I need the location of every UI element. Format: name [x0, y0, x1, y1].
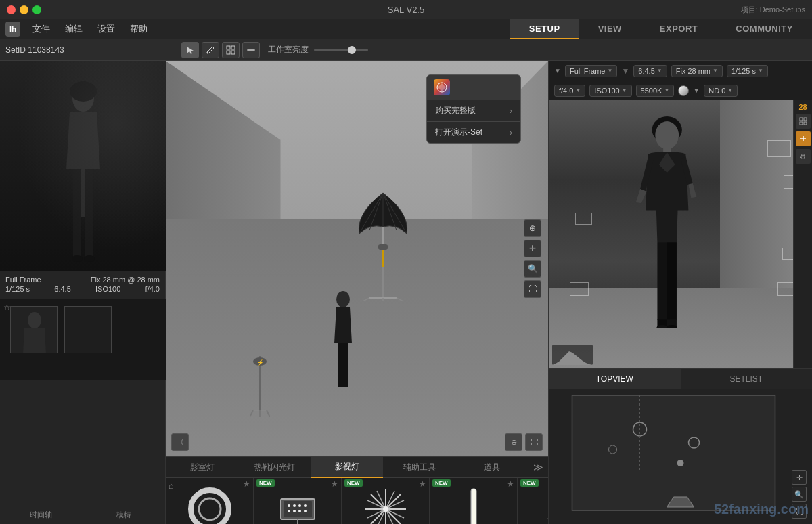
maximize-button[interactable] — [32, 5, 41, 14]
ratio-value: 6:4.5 — [638, 67, 654, 75]
star-icon[interactable]: ☆ — [3, 303, 11, 312]
equip-ring-light[interactable]: ⌂ ★ 环形灯 Ø 48 cm — [166, 478, 254, 524]
equip-spiffy[interactable]: NEW ★ Spiffy-高 — [342, 478, 430, 524]
equip-led-panel[interactable]: NEW ★ — [254, 478, 342, 524]
equip-aputure-120d[interactable]: NEW ★ 4 — [518, 478, 548, 524]
lens-info: Fix 28 mm @ 28 mm — [91, 276, 160, 284]
center-panel: ⚡ — [166, 61, 548, 524]
cat-accessories[interactable]: 辅助工具 — [383, 458, 455, 477]
project-label: 项目: Demo-Setups — [741, 5, 805, 15]
tube-icon-area — [434, 482, 513, 524]
model-figure — [326, 289, 367, 424]
svg-rect-2 — [227, 51, 230, 54]
minimize-button[interactable] — [20, 5, 28, 14]
lens-value: Fix 28 mm — [676, 67, 710, 75]
left-panel: Full Frame Fix 28 mm @ 28 mm 1/125 s 6:4… — [0, 61, 166, 524]
tab-model[interactable]: 模特 — [83, 506, 166, 524]
main-layout: Full Frame Fix 28 mm @ 28 mm 1/125 s 6:4… — [0, 61, 812, 524]
fullscreen-btn[interactable]: ⛶ — [525, 433, 543, 451]
svg-point-44 — [293, 504, 296, 507]
frame-dropdown[interactable]: Full Frame ▼ — [565, 65, 617, 77]
brightness-slider[interactable] — [314, 49, 368, 51]
panel-tabs-bottom: 时间轴 模特 — [0, 380, 165, 524]
collapse-button[interactable]: 《 — [171, 433, 189, 451]
svg-point-102 — [677, 460, 684, 466]
zoom-in-control[interactable]: 🔍 — [524, 260, 541, 278]
zoom-out-btn[interactable]: ⊖ — [505, 433, 522, 451]
topview-mini: ✛ 🔍 ⛶ — [549, 389, 812, 524]
select-tool[interactable] — [181, 42, 199, 58]
topview-fit-icon[interactable]: ⛶ — [792, 504, 807, 519]
menu-left: Ih 文件 编辑 设置 帮助 — [0, 20, 510, 38]
iso-info: ISO100 — [95, 285, 120, 293]
draw-tool[interactable] — [202, 42, 219, 58]
cat-studio-light[interactable]: 影室灯 — [166, 458, 238, 477]
iso-dropdown[interactable]: ISO100 ▼ — [589, 85, 631, 97]
svg-point-40 — [199, 498, 221, 520]
pan-control[interactable]: ✛ — [524, 240, 541, 257]
fit-control[interactable]: ⛶ — [524, 280, 541, 298]
svg-point-61 — [383, 506, 388, 512]
rs-settings-icon[interactable]: ⚙ — [796, 149, 811, 164]
tab-timeline[interactable]: 时间轴 — [0, 506, 83, 524]
vp-bottom-right: ⊖ ⛶ — [505, 433, 543, 451]
right-panel: ▼ Full Frame ▼ ▼ 6:4.5 ▼ Fix 28 mm ▼ 1/1… — [548, 61, 812, 524]
tab-setlist[interactable]: SETLIST — [681, 369, 813, 389]
lens-dropdown[interactable]: Fix 28 mm ▼ — [671, 65, 723, 77]
topview-zoom-icon[interactable]: 🔍 — [792, 487, 807, 502]
equip-tube[interactable]: NEW ★ 季担管 Ø 4.2x103.5 cm — [430, 478, 518, 524]
svg-rect-88 — [667, 242, 677, 320]
ruler-tool[interactable] — [242, 42, 260, 58]
popup-header — [427, 75, 520, 100]
rs-orange-control[interactable] — [796, 131, 811, 146]
ring-light-icon-area — [170, 482, 249, 524]
thumbnail-1[interactable] — [10, 306, 58, 353]
aperture-info: f/4.0 — [145, 285, 160, 293]
tab-export[interactable]: EXPORT — [641, 19, 717, 39]
kelvin-dropdown[interactable]: 5500K ▼ — [636, 85, 675, 97]
tab-community[interactable]: COMMUNITY — [717, 19, 812, 39]
menu-help[interactable]: 帮助 — [123, 20, 154, 38]
cat-video-light[interactable]: 影视灯 — [311, 457, 383, 478]
tab-topview[interactable]: TOPVIEW — [549, 369, 681, 389]
cat-hotshoe[interactable]: 热靴闪光灯 — [238, 458, 311, 477]
app-icon-label: Ih — [9, 25, 16, 33]
thumbnail-2[interactable] — [64, 306, 112, 353]
aperture-dropdown[interactable]: f/4.0 ▼ — [554, 85, 585, 97]
frame-value: Full Frame — [570, 67, 606, 75]
cat-more-button[interactable]: ≫ — [528, 462, 548, 473]
brightness-label: 工作室亮度 — [268, 44, 309, 56]
menu-file[interactable]: 文件 — [26, 20, 57, 38]
shutter-dropdown[interactable]: 1/125 s ▼ — [727, 65, 768, 77]
popup-demo-arrow: › — [510, 128, 512, 137]
viewport-3d[interactable]: ⚡ — [166, 61, 548, 456]
ratio-dropdown[interactable]: 6:4.5 ▼ — [633, 65, 667, 77]
thumbnail-strip: ☆ — [0, 299, 166, 380]
close-button[interactable] — [7, 5, 16, 14]
menu-settings[interactable]: 设置 — [91, 20, 122, 38]
rs-grid-icon[interactable] — [796, 114, 811, 129]
histogram — [552, 345, 593, 365]
svg-rect-94 — [804, 122, 807, 125]
tab-setup[interactable]: SETUP — [510, 19, 579, 39]
menu-edit[interactable]: 编辑 — [58, 20, 89, 38]
cat-props[interactable]: 道具 — [455, 458, 528, 477]
svg-rect-1 — [231, 46, 235, 49]
svg-rect-9 — [73, 169, 81, 257]
preview-image — [0, 61, 166, 271]
topview-nav-icon[interactable]: ✛ — [792, 470, 807, 485]
popup-buy[interactable]: 购买完整版 › — [427, 100, 520, 121]
app-title: SAL V2.5 — [388, 5, 424, 15]
equipment-grid: ⌂ ★ 环形灯 Ø 48 cm NEW ★ — [166, 478, 548, 524]
svg-line-17 — [250, 410, 253, 417]
popup-brand-icon — [434, 79, 450, 95]
traffic-lights — [7, 5, 41, 14]
right-side-controls: 28 ⚙ — [793, 100, 812, 368]
grid-tool[interactable] — [222, 42, 240, 58]
orbit-control[interactable]: ⊕ — [524, 219, 541, 237]
nd-dropdown[interactable]: ND 0 ▼ — [704, 85, 738, 97]
svg-point-14 — [28, 312, 41, 328]
focus-box-5 — [570, 282, 589, 296]
tab-view[interactable]: VIEW — [579, 19, 641, 39]
popup-demo[interactable]: 打开演示-Set › — [427, 121, 520, 143]
